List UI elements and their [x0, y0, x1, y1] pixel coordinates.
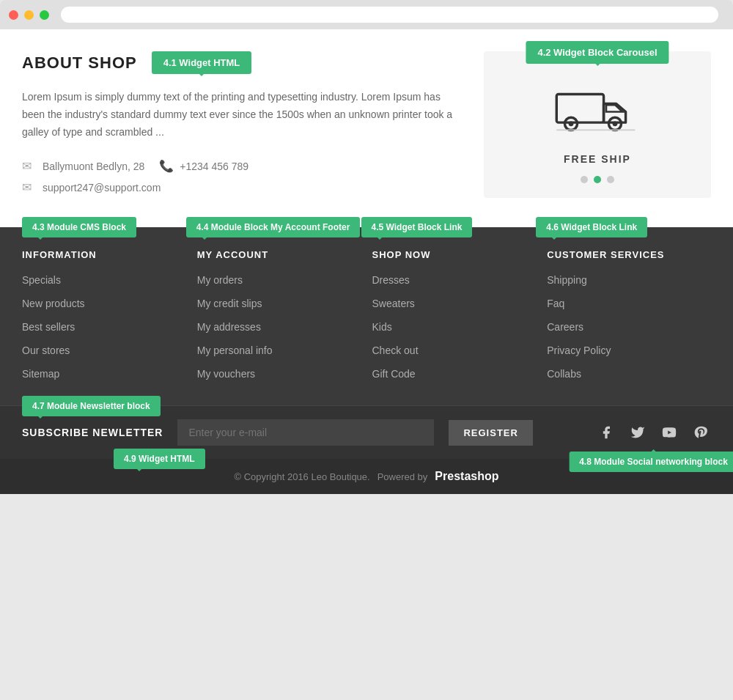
svg-rect-0 — [556, 95, 603, 123]
pinterest-icon[interactable] — [690, 422, 711, 443]
newsletter-section: 4.7 Module Newsletter block SUBSCRIBE NE… — [0, 405, 733, 459]
list-item: Check out — [372, 344, 526, 357]
phone-icon: 📞 — [159, 159, 174, 173]
svg-point-4 — [613, 121, 618, 126]
collabs-link[interactable]: Collabs — [547, 368, 581, 380]
social-badge: 4.8 Module Social networking block — [569, 452, 733, 472]
footer-col-shop-now: 4.5 Widget Block Link SHOP NOW Dresses S… — [361, 249, 537, 391]
list-item: Shipping — [547, 273, 700, 287]
email-row: ✉ support247@support.com — [22, 180, 462, 194]
map-icon: ✉ — [22, 159, 37, 173]
my-addresses-link[interactable]: My addresses — [197, 321, 261, 333]
powered-brand: Prestashop — [435, 470, 498, 483]
footer: 4.3 Module CMS Block INFORMATION Special… — [0, 227, 733, 494]
my-personal-info-link[interactable]: My personal info — [197, 345, 273, 356]
list-item: My vouchers — [197, 367, 350, 380]
faq-link[interactable]: Faq — [547, 298, 564, 309]
email-input[interactable] — [177, 419, 434, 446]
address-text: Ballymuont Bedlyn, 28 — [43, 161, 144, 172]
cms-block-badge: 4.3 Module CMS Block — [22, 217, 136, 237]
best-sellers-link[interactable]: Best sellers — [22, 321, 75, 333]
about-title: ABOUT SHOP — [22, 54, 137, 73]
main-content: ABOUT SHOP 4.1 Widget HTML Lorem Ipsum i… — [0, 29, 733, 227]
list-item: Kids — [372, 320, 526, 334]
list-item: Gift Code — [372, 367, 526, 380]
newsletter-badge: 4.7 Module Newsletter block — [22, 396, 161, 416]
list-item: Best sellers — [22, 320, 175, 334]
my-orders-link[interactable]: My orders — [197, 274, 243, 286]
footer-columns: 4.3 Module CMS Block INFORMATION Special… — [0, 227, 733, 405]
my-account-title: MY ACCOUNT — [197, 249, 350, 260]
minimize-button[interactable] — [24, 10, 34, 20]
email-icon: ✉ — [22, 180, 37, 194]
widget-html-badge: 4.1 Widget HTML — [152, 51, 252, 74]
gift-code-link[interactable]: Gift Code — [372, 368, 416, 380]
list-item: New products — [22, 297, 175, 310]
dresses-link[interactable]: Dresses — [372, 274, 410, 286]
sweaters-link[interactable]: Sweaters — [372, 298, 415, 309]
close-button[interactable] — [9, 10, 18, 20]
shipping-link[interactable]: Shipping — [547, 274, 587, 286]
list-item: Privacy Policy — [547, 344, 700, 357]
phone-text: +1234 456 789 — [180, 161, 248, 172]
list-item: Sitemap — [22, 367, 175, 380]
my-credit-slips-link[interactable]: My credit slips — [197, 298, 262, 309]
list-item: My addresses — [197, 320, 350, 334]
dot-3[interactable] — [607, 176, 614, 183]
customer-services-badge: 4.6 Widget Block Link — [536, 217, 647, 237]
careers-link[interactable]: Careers — [547, 321, 583, 333]
about-section: ABOUT SHOP 4.1 Widget HTML Lorem Ipsum i… — [22, 51, 462, 198]
maximize-button[interactable] — [40, 10, 49, 20]
truck-icon — [553, 81, 641, 142]
my-vouchers-link[interactable]: My vouchers — [197, 368, 255, 380]
sitemap-link[interactable]: Sitemap — [22, 368, 59, 380]
list-item: Faq — [547, 297, 700, 310]
customer-services-list: Shipping Faq Careers Privacy Policy Coll… — [547, 273, 700, 380]
footer-col-my-account: 4.4 Module Block My Account Footer MY AC… — [186, 249, 361, 391]
address-bar[interactable] — [61, 7, 718, 23]
powered-label: Powered by — [377, 471, 428, 482]
svg-point-2 — [569, 121, 574, 126]
checkout-link[interactable]: Check out — [372, 345, 419, 356]
about-text: Lorem Ipsum is simply dummy text of the … — [22, 89, 462, 141]
about-header: ABOUT SHOP 4.1 Widget HTML — [22, 51, 462, 74]
subscribe-label: SUBSCRIBE NEWLETTER — [22, 427, 163, 438]
customer-services-title: CUSTOMER SERVICES — [547, 249, 700, 260]
window-chrome — [0, 0, 733, 29]
specials-link[interactable]: Specials — [22, 274, 61, 286]
my-account-list: My orders My credit slips My addresses M… — [197, 273, 350, 380]
carousel-dots — [581, 176, 614, 183]
information-list: Specials New products Best sellers Our s… — [22, 273, 175, 380]
list-item: Our stores — [22, 344, 175, 357]
facebook-icon[interactable] — [596, 422, 616, 443]
bottom-widget-badge: 4.9 Widget HTML — [114, 449, 205, 469]
list-item: My orders — [197, 273, 350, 287]
social-icons-container: 4.8 Module Social networking block — [596, 422, 711, 443]
dot-1[interactable] — [581, 176, 588, 183]
list-item: Dresses — [372, 273, 526, 287]
youtube-icon[interactable] — [659, 422, 679, 443]
my-account-badge: 4.4 Module Block My Account Footer — [186, 217, 361, 237]
copyright-text: © Copyright 2016 Leo Boutique. — [234, 471, 369, 482]
footer-col-customer-services: 4.6 Widget Block Link CUSTOMER SERVICES … — [536, 249, 711, 391]
twitter-icon[interactable] — [627, 422, 648, 443]
footer-col-information: 4.3 Module CMS Block INFORMATION Special… — [22, 249, 186, 391]
shop-now-badge: 4.5 Widget Block Link — [361, 217, 473, 237]
shop-now-title: SHOP NOW — [372, 249, 526, 260]
email-text: support247@support.com — [43, 182, 161, 194]
kids-link[interactable]: Kids — [372, 321, 392, 333]
shop-now-list: Dresses Sweaters Kids Check out Gift Cod… — [372, 273, 526, 380]
address-row: ✉ Ballymuont Bedlyn, 28 📞 +1234 456 789 — [22, 159, 462, 173]
list-item: My credit slips — [197, 297, 350, 310]
list-item: Sweaters — [372, 297, 526, 310]
list-item: Specials — [22, 273, 175, 287]
list-item: Careers — [547, 320, 700, 334]
carousel-section: 4.2 Widget Block Carousel FREE SHIP — [484, 51, 711, 198]
our-stores-link[interactable]: Our stores — [22, 345, 70, 356]
new-products-link[interactable]: New products — [22, 298, 85, 309]
list-item: My personal info — [197, 344, 350, 357]
privacy-policy-link[interactable]: Privacy Policy — [547, 345, 611, 356]
dot-2[interactable] — [594, 176, 601, 183]
information-title: INFORMATION — [22, 249, 175, 260]
register-button[interactable]: REGISTER — [449, 420, 532, 446]
